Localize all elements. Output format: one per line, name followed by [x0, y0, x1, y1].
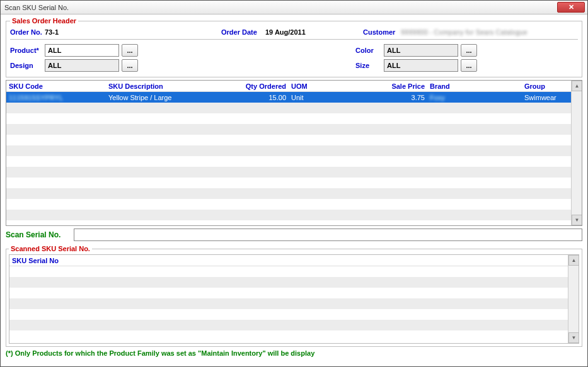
col-brand[interactable]: Brand: [427, 82, 522, 90]
chevron-up-icon[interactable]: ▲: [572, 81, 582, 91]
col-group[interactable]: Group: [522, 82, 571, 90]
filter-row-2: Design ... Size ...: [10, 58, 578, 73]
color-input[interactable]: [384, 44, 458, 57]
scanned-legend: Scanned SKU Serial No.: [9, 245, 92, 252]
table-row: [9, 309, 568, 320]
sales-header-legend: Sales Order Header: [10, 17, 78, 25]
col-qty[interactable]: Qty Ordered: [238, 82, 289, 90]
chevron-down-icon[interactable]: ▼: [568, 332, 579, 343]
table-row: [6, 178, 571, 188]
window-title: Scan SKU Serial No.: [4, 4, 69, 11]
design-lookup-button[interactable]: ...: [122, 59, 138, 72]
color-lookup-button[interactable]: ...: [461, 44, 477, 57]
cell-uom: Unit: [289, 94, 377, 101]
customer-value: 9999800 - Company for Sears Catalogue: [401, 28, 527, 36]
table-row: [9, 330, 568, 341]
col-uom[interactable]: UOM: [289, 82, 377, 90]
grid-scrollbar[interactable]: ▲ ▼: [571, 81, 582, 225]
scanned-grid-inner: SKU Serial No: [9, 255, 568, 343]
chevron-down-icon[interactable]: ▼: [572, 215, 582, 225]
title-bar: Scan SKU Serial No. ✕: [1, 1, 587, 14]
cell-price: 3.75: [377, 94, 427, 101]
sku-grid-inner: SKU Code SKU Description Qty Ordered UOM…: [6, 81, 571, 225]
scanned-grid-header: SKU Serial No: [9, 255, 568, 266]
table-row: [6, 210, 571, 220]
size-label: Size: [355, 62, 384, 69]
separator-1: [10, 39, 578, 40]
cell-group: Swimwear: [522, 94, 571, 101]
col-price[interactable]: Sale Price: [377, 82, 427, 90]
table-row[interactable]: 1115915SYPRYL Yellow Stripe / Large 15.0…: [6, 92, 571, 103]
sku-grid[interactable]: SKU Code SKU Description Qty Ordered UOM…: [6, 80, 582, 226]
sales-order-header-group: Sales Order Header Order No. 73-1 Order …: [6, 17, 582, 77]
filter-row-1: Product* ... Color ...: [10, 43, 578, 58]
scanned-grid[interactable]: SKU Serial No ▲ ▼: [9, 254, 579, 344]
table-row: [6, 103, 571, 113]
design-label: Design: [10, 62, 45, 69]
table-row: [6, 167, 571, 178]
close-button[interactable]: ✕: [557, 2, 585, 13]
order-no-label: Order No.: [10, 28, 45, 36]
table-row: [9, 298, 568, 309]
table-row: [6, 199, 571, 210]
design-input[interactable]: [45, 59, 119, 72]
order-no-value: 73-1: [45, 28, 221, 36]
order-date-label: Order Date: [221, 28, 265, 36]
sku-grid-header: SKU Code SKU Description Qty Ordered UOM…: [6, 81, 571, 92]
cell-brand: Foxy: [427, 94, 522, 101]
cell-sku-code: 1115915SYPRYL: [6, 94, 106, 101]
color-label: Color: [355, 47, 384, 54]
table-row: [6, 124, 571, 135]
window-frame: Scan SKU Serial No. ✕ Sales Order Header…: [0, 0, 588, 367]
order-date-value: 19 Aug/2011: [265, 28, 363, 36]
col-sku-desc[interactable]: SKU Description: [106, 82, 238, 90]
size-input[interactable]: [384, 59, 458, 72]
cell-sku-desc: Yellow Stripe / Large: [106, 94, 238, 101]
scan-serial-label: Scan Serial No.: [6, 230, 74, 239]
scan-serial-row: Scan Serial No.: [6, 226, 582, 245]
table-row: [9, 320, 568, 330]
footer-note: (*) Only Products for which the Product …: [6, 347, 582, 357]
table-row: [6, 135, 571, 145]
table-row: [9, 277, 568, 288]
chevron-up-icon[interactable]: ▲: [568, 255, 579, 266]
close-icon: ✕: [568, 3, 574, 11]
table-row: [6, 188, 571, 199]
size-lookup-button[interactable]: ...: [461, 59, 477, 72]
col-serial-no[interactable]: SKU Serial No: [9, 257, 568, 264]
main-content: Sales Order Header Order No. 73-1 Order …: [1, 14, 587, 366]
cell-qty: 15.00: [238, 94, 289, 101]
scanned-serial-group: Scanned SKU Serial No. SKU Serial No ▲: [6, 245, 582, 347]
col-sku-code[interactable]: SKU Code: [6, 82, 106, 90]
table-row: [6, 145, 571, 156]
customer-label: Customer: [363, 28, 401, 36]
table-row: [6, 156, 571, 167]
table-row: [9, 266, 568, 277]
table-row: [9, 288, 568, 298]
scanned-scrollbar[interactable]: ▲ ▼: [568, 255, 579, 343]
header-row-1: Order No. 73-1 Order Date 19 Aug/2011 Cu…: [10, 27, 578, 37]
scan-serial-input[interactable]: [74, 229, 582, 241]
table-row: [6, 113, 571, 124]
product-label: Product*: [10, 47, 45, 54]
product-lookup-button[interactable]: ...: [122, 44, 138, 57]
product-input[interactable]: [45, 44, 119, 57]
